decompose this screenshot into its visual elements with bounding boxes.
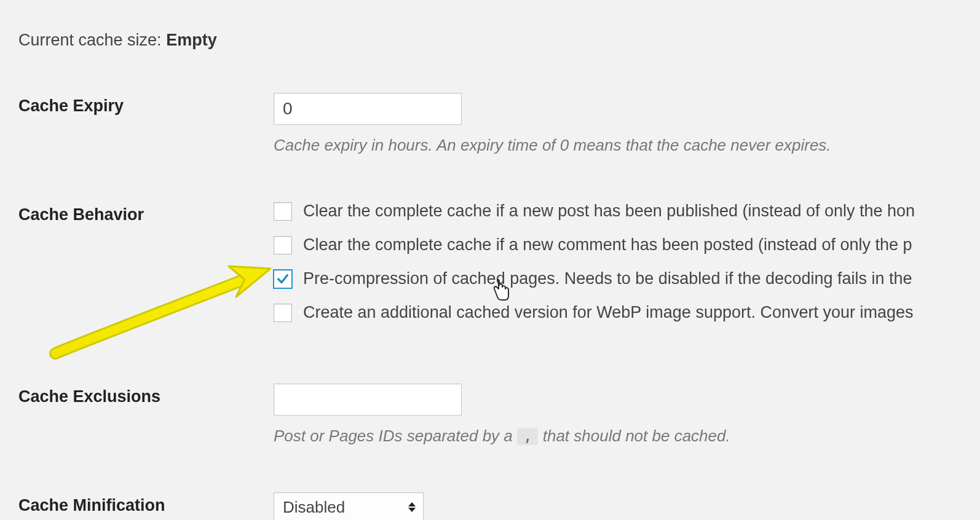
cache-size-label: Current cache size: <box>18 31 162 49</box>
cache-expiry-input[interactable] <box>274 93 462 125</box>
behavior-option-precompression: Pre-compression of cached pages. Needs t… <box>274 269 962 288</box>
content-cache-minification: Disabled <box>274 492 962 520</box>
select-value: Disabled <box>283 498 345 517</box>
label-cache-minification: Cache Minification <box>18 492 274 515</box>
help-text-after: that should not be cached. <box>543 427 730 445</box>
label-cache-behavior: Cache Behavior <box>18 202 274 224</box>
checkbox-clear-on-comment[interactable] <box>274 236 292 254</box>
row-cache-expiry: Cache Expiry Cache expiry in hours. An e… <box>18 93 962 155</box>
checkbox-webp[interactable] <box>274 304 292 322</box>
help-text-before: Post or Pages IDs separated by a <box>274 427 513 445</box>
content-cache-exclusions: Post or Pages IDs separated by a , that … <box>274 384 962 446</box>
checkbox-precompression[interactable] <box>274 270 292 288</box>
cache-exclusions-input[interactable] <box>274 384 462 416</box>
settings-page: Current cache size: Empty Cache Expiry C… <box>0 0 980 520</box>
row-cache-exclusions: Cache Exclusions Post or Pages IDs separ… <box>18 384 962 446</box>
content-cache-behavior: Clear the complete cache if a new post h… <box>274 202 962 337</box>
checkbox-label: Clear the complete cache if a new commen… <box>303 235 912 254</box>
label-cache-exclusions: Cache Exclusions <box>18 384 274 406</box>
cache-size-value: Empty <box>166 31 217 49</box>
checkmark-icon <box>276 272 290 286</box>
help-code-comma: , <box>517 428 538 445</box>
select-arrows-icon <box>408 500 417 514</box>
checkbox-clear-on-post[interactable] <box>274 202 292 221</box>
behavior-option-clear-on-comment: Clear the complete cache if a new commen… <box>274 235 962 254</box>
checkbox-label: Pre-compression of cached pages. Needs t… <box>303 269 912 288</box>
behavior-option-clear-on-post: Clear the complete cache if a new post h… <box>274 202 962 221</box>
label-cache-expiry: Cache Expiry <box>18 93 274 116</box>
row-cache-minification: Cache Minification Disabled <box>18 492 962 520</box>
cache-minification-select[interactable]: Disabled <box>274 492 424 520</box>
checkbox-label: Clear the complete cache if a new post h… <box>303 202 915 221</box>
row-cache-behavior: Cache Behavior Clear the complete cache … <box>18 202 962 337</box>
checkbox-label: Create an additional cached version for … <box>303 303 914 322</box>
cache-size-line: Current cache size: Empty <box>18 31 962 50</box>
cache-expiry-help: Cache expiry in hours. An expiry time of… <box>274 136 962 155</box>
cache-exclusions-help: Post or Pages IDs separated by a , that … <box>274 427 962 446</box>
content-cache-expiry: Cache expiry in hours. An expiry time of… <box>274 93 962 155</box>
behavior-option-webp: Create an additional cached version for … <box>274 303 962 322</box>
